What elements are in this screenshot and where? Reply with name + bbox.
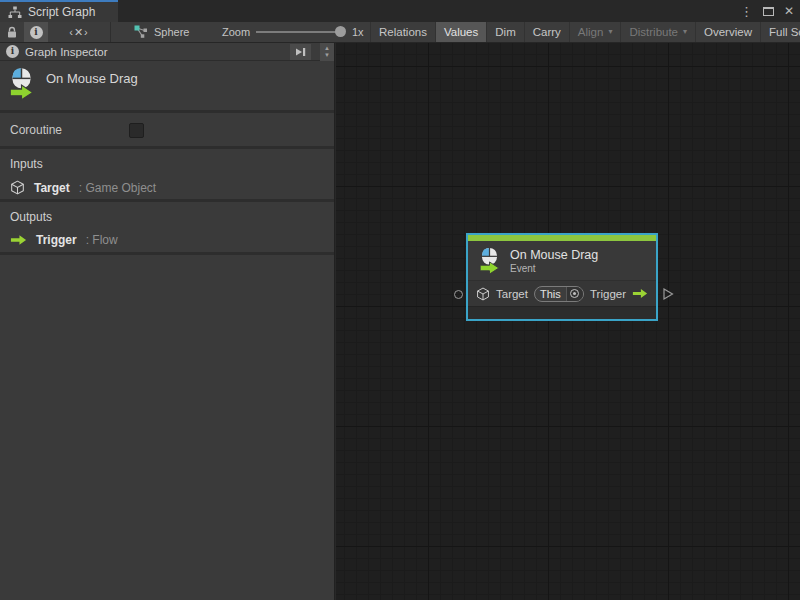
window-controls: ⋮ ✕	[740, 0, 794, 22]
zoom-slider-track[interactable]	[256, 31, 342, 33]
output-row-trigger: Trigger : Flow	[10, 233, 324, 247]
node-input-port[interactable]	[454, 290, 463, 299]
zoom-label-wrap: Zoom	[222, 22, 250, 42]
button-label: Relations	[379, 26, 427, 38]
tab-script-graph[interactable]: Script Graph	[0, 0, 118, 22]
node-footer	[468, 306, 656, 319]
zoom-slider[interactable]	[256, 22, 346, 42]
button-label: Full Screen	[769, 26, 800, 38]
code-icon: ‹✕›	[69, 26, 89, 39]
on-mouse-drag-icon	[8, 67, 35, 101]
target-value: This	[535, 288, 566, 300]
node-title: On Mouse Drag	[510, 248, 598, 262]
zoom-label: Zoom	[222, 26, 250, 38]
trigger-port-group: Trigger	[590, 288, 648, 300]
button-label: Values	[444, 26, 478, 38]
values-button[interactable]: Values	[435, 22, 486, 42]
node-header: On Mouse Drag Event	[468, 241, 656, 280]
outputs-header: Outputs	[10, 210, 324, 224]
button-label: Carry	[533, 26, 561, 38]
on-mouse-drag-icon	[478, 247, 501, 275]
coroutine-row: Coroutine	[0, 113, 334, 149]
output-type: : Flow	[86, 233, 118, 247]
unit-title: On Mouse Drag	[46, 71, 138, 110]
flow-arrow-icon	[10, 234, 27, 246]
input-row-target: Target : Game Object	[10, 180, 324, 195]
target-port-label: Target	[496, 288, 528, 300]
lock-icon	[6, 26, 18, 39]
node-titles: On Mouse Drag Event	[510, 248, 598, 274]
game-object-cube-icon	[10, 180, 25, 195]
dock-panel-button[interactable]	[290, 44, 311, 60]
node-subtitle: Event	[510, 263, 598, 274]
panel-stepper-control[interactable]: ▲ ▼	[320, 43, 334, 61]
info-icon: i	[30, 26, 43, 39]
window-menu-icon[interactable]: ⋮	[740, 5, 753, 18]
coroutine-checkbox[interactable]	[129, 123, 144, 138]
node-ports-row: Target This Trigger	[468, 280, 656, 306]
arrow-down-icon: ▼	[324, 52, 330, 58]
trigger-port-label: Trigger	[590, 288, 626, 300]
overview-button[interactable]: Overview	[695, 22, 760, 42]
inspector-toggle-button[interactable]: i	[24, 22, 48, 42]
zoom-slider-handle[interactable]	[335, 26, 346, 37]
object-picker-icon	[570, 289, 579, 298]
state-graph-icon	[134, 25, 148, 39]
tab-title: Script Graph	[28, 5, 95, 19]
chevron-down-icon: ▾	[608, 28, 612, 36]
button-label: Dim	[495, 26, 515, 38]
object-picker-button[interactable]	[566, 287, 583, 301]
relations-button[interactable]: Relations	[370, 22, 435, 42]
close-icon[interactable]: ✕	[784, 5, 794, 17]
inputs-section: Inputs Target : Game Object	[0, 149, 334, 202]
arrow-up-icon: ▲	[324, 45, 330, 51]
tab-bar: Script Graph ⋮ ✕	[0, 0, 800, 22]
maximize-icon[interactable]	[763, 7, 774, 16]
full-screen-button[interactable]: Full Screen	[760, 22, 800, 42]
toolbar-buttons: Relations Values Dim Carry Align ▾ Distr…	[370, 22, 800, 42]
input-name: Target	[34, 181, 70, 195]
graph-inspector-title: Graph Inspector	[25, 46, 284, 58]
edit-code-button[interactable]: ‹✕›	[48, 22, 110, 42]
on-mouse-drag-node[interactable]: On Mouse Drag Event Target This	[466, 233, 658, 321]
carry-button[interactable]: Carry	[524, 22, 569, 42]
input-type: : Game Object	[79, 181, 156, 195]
dock-icon	[294, 45, 307, 59]
target-port-group: Target This	[476, 286, 584, 302]
script-graph-window: Script Graph ⋮ ✕ i ‹✕›	[0, 0, 800, 600]
graph-hierarchy-icon	[8, 6, 22, 19]
zoom-value-wrap: 1x	[352, 22, 364, 42]
graph-owner-button[interactable]: Sphere	[134, 22, 189, 42]
unit-header-section: On Mouse Drag	[0, 61, 334, 113]
graph-inspector-header: i Graph Inspector ▲ ▼	[0, 43, 334, 61]
button-label: Align	[578, 26, 604, 38]
output-name: Trigger	[36, 233, 77, 247]
button-label: Overview	[704, 26, 752, 38]
graph-inspector-panel: i Graph Inspector ▲ ▼ On Mouse Dra	[0, 43, 335, 600]
align-button[interactable]: Align ▾	[569, 22, 621, 42]
info-icon: i	[6, 45, 19, 58]
sphere-label: Sphere	[154, 26, 189, 38]
outputs-section: Outputs Trigger : Flow	[0, 202, 334, 255]
toolbar-separator	[110, 22, 111, 42]
node-output-port[interactable]	[662, 287, 674, 301]
coroutine-label: Coroutine	[10, 123, 62, 137]
toolbar: i ‹✕› Sphere Zoom 1x Relations V	[0, 22, 800, 43]
zoom-value: 1x	[352, 26, 364, 38]
game-object-cube-icon	[476, 287, 490, 301]
graph-canvas[interactable]: On Mouse Drag Event Target This	[336, 43, 800, 600]
target-value-field[interactable]: This	[534, 286, 584, 302]
inputs-header: Inputs	[10, 157, 324, 171]
distribute-button[interactable]: Distribute ▾	[620, 22, 695, 42]
button-label: Distribute	[629, 26, 678, 38]
chevron-down-icon: ▾	[683, 28, 687, 36]
lock-button[interactable]	[0, 22, 23, 42]
flow-arrow-icon	[632, 288, 648, 299]
dim-button[interactable]: Dim	[486, 22, 523, 42]
